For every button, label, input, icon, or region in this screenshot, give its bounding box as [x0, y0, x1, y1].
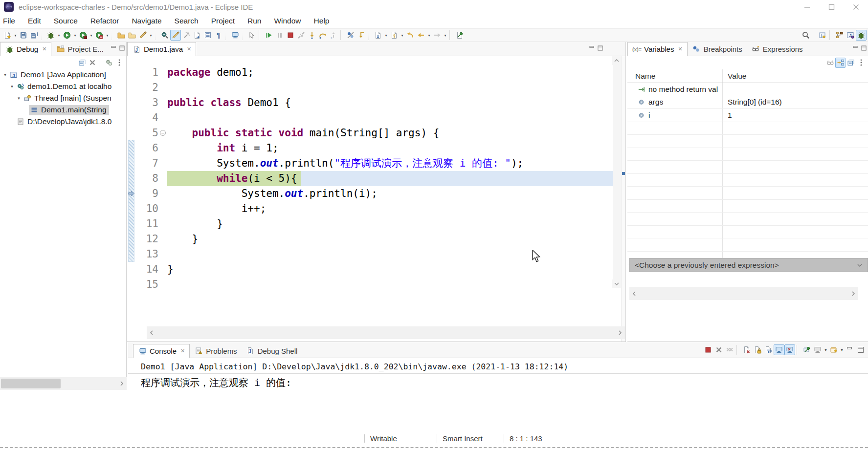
- menu-project[interactable]: Project: [205, 14, 241, 28]
- term-rem-icon[interactable]: [87, 58, 97, 68]
- code-editor[interactable]: 1package demo1;23public class Demo1 {45−…: [127, 56, 625, 342]
- debug-tree-item[interactable]: ▾demo1.Demo1 at localho: [0, 81, 126, 92]
- brush-icon[interactable]: [137, 30, 148, 41]
- close-tab-icon[interactable]: ✕: [42, 46, 46, 52]
- annotation-gutter[interactable]: [127, 277, 136, 292]
- menu-source[interactable]: Source: [47, 14, 84, 28]
- code-text[interactable]: System.out.println("程序调试演示，注意观察 i 的值: ")…: [167, 156, 523, 171]
- dropdown-arrow-icon[interactable]: ▾: [72, 33, 78, 38]
- expander-icon[interactable]: ▾: [16, 96, 22, 101]
- debug-tab-debug[interactable]: Debug✕: [0, 42, 51, 56]
- dropdown-arrow-icon[interactable]: ▾: [105, 33, 110, 38]
- dropdown-arrow-icon[interactable]: ▾: [89, 33, 94, 38]
- code-line-12[interactable]: 12 }: [127, 232, 613, 247]
- close-tab-icon[interactable]: ✕: [187, 46, 191, 52]
- step-return-icon[interactable]: [328, 30, 339, 41]
- max-icon[interactable]: [855, 344, 866, 355]
- code-text[interactable]: public class Demo1 {: [167, 95, 291, 110]
- code-line-15[interactable]: 15: [127, 277, 613, 292]
- last-edit-icon[interactable]: [454, 30, 465, 41]
- open-console-icon[interactable]: [828, 344, 839, 355]
- variables-hscrollbar[interactable]: [629, 287, 858, 300]
- overview-ruler[interactable]: [621, 56, 625, 342]
- menu-run[interactable]: Run: [241, 14, 267, 28]
- console-tab-console[interactable]: Console✕: [133, 344, 190, 358]
- annotation-gutter[interactable]: [127, 201, 136, 216]
- pin-icon[interactable]: [801, 344, 812, 355]
- annotation-gutter[interactable]: [127, 95, 136, 110]
- console-output[interactable]: 程序调试演示，注意观察 i 的值:: [128, 374, 868, 389]
- search-icon[interactable]: [801, 30, 811, 41]
- debug-tree-item[interactable]: D:\Develop\Java\jdk1.8.0: [0, 116, 126, 128]
- menu-icon[interactable]: [114, 58, 124, 68]
- close-window-icon[interactable]: [844, 0, 868, 14]
- code-text[interactable]: package demo1;: [167, 65, 254, 80]
- expression-combo[interactable]: <Choose a previously entered expression>: [629, 258, 868, 272]
- dropdown-arrow-icon[interactable]: ▾: [426, 33, 432, 38]
- close-tab-icon[interactable]: ✕: [678, 46, 682, 52]
- debug-icon[interactable]: [45, 30, 56, 41]
- fold-collapse-icon[interactable]: −: [160, 130, 166, 136]
- annotation-gutter[interactable]: [127, 262, 136, 277]
- code-text[interactable]: while(i < 5){: [167, 171, 301, 186]
- code-line-3[interactable]: 3public class Demo1 {: [127, 95, 613, 110]
- display-mon-icon[interactable]: [812, 344, 823, 355]
- variable-row-i[interactable]: i1: [627, 109, 868, 122]
- code-line-4[interactable]: 4: [127, 110, 613, 126]
- annotation-gutter[interactable]: [127, 110, 136, 126]
- dropdown-arrow-icon[interactable]: ▾: [400, 33, 405, 38]
- code-text[interactable]: int i = 1;: [167, 141, 279, 156]
- editor-vscrollbar[interactable]: [613, 56, 622, 288]
- new-icon[interactable]: [2, 30, 13, 41]
- annotation-gutter[interactable]: [127, 232, 136, 247]
- code-text[interactable]: }: [167, 216, 223, 232]
- scroll-right-icon[interactable]: [848, 287, 858, 300]
- history-down-icon[interactable]: [373, 30, 383, 41]
- dropdown-arrow-icon[interactable]: ▾: [56, 33, 62, 38]
- step-into-icon[interactable]: [307, 30, 317, 41]
- variable-row-args[interactable]: argsString[0] (id=16): [627, 96, 868, 109]
- maximize-view-icon[interactable]: [861, 44, 867, 53]
- minimize-editor-icon[interactable]: [589, 44, 595, 53]
- term-rem-icon[interactable]: [713, 344, 724, 355]
- annotation-gutter[interactable]: [127, 216, 136, 232]
- logical-icon[interactable]: [835, 58, 846, 68]
- history-up-icon[interactable]: [389, 30, 400, 41]
- drop-frame-icon[interactable]: [356, 30, 367, 41]
- stderr-mon-icon[interactable]: [784, 344, 795, 355]
- dropdown-arrow-icon[interactable]: ▾: [823, 348, 828, 352]
- maximize-window-icon[interactable]: [819, 0, 844, 14]
- minimize-view-icon[interactable]: [111, 44, 116, 53]
- annotation-gutter[interactable]: [127, 186, 136, 201]
- annotation-gutter[interactable]: [127, 171, 136, 186]
- scroll-right-icon[interactable]: [117, 377, 127, 390]
- variables-tab-expressions[interactable]: Expressions: [747, 42, 807, 56]
- collapse-icon[interactable]: [846, 58, 856, 68]
- debug-tab-project-e-[interactable]: Project E...: [51, 42, 108, 56]
- disconnect-icon[interactable]: [296, 30, 307, 41]
- code-line-8[interactable]: 8 while(i < 5){: [127, 171, 613, 186]
- pause-icon[interactable]: [274, 30, 285, 41]
- min-icon[interactable]: [845, 344, 855, 355]
- minimize-view-icon[interactable]: [853, 44, 858, 53]
- open-res-icon[interactable]: [127, 30, 137, 41]
- lock-icon[interactable]: [752, 344, 763, 355]
- expander-icon[interactable]: ▾: [2, 72, 8, 77]
- editor-tab-demo1-java[interactable]: JDemo1.java✕: [127, 42, 196, 56]
- variables-tab-variables[interactable]: (x)=Variables✕: [627, 42, 688, 56]
- prev-icon[interactable]: [416, 30, 426, 41]
- menu-icon[interactable]: [856, 58, 866, 68]
- persp-tree-icon[interactable]: [834, 30, 845, 41]
- code-line-6[interactable]: 6 int i = 1;: [127, 141, 613, 156]
- persp-java-icon[interactable]: J: [845, 30, 856, 41]
- menu-help[interactable]: Help: [308, 14, 336, 28]
- variables-table-header[interactable]: NameValue: [627, 69, 868, 83]
- outline-icon[interactable]: [202, 30, 213, 41]
- code-line-7[interactable]: 7 System.out.println("程序调试演示，注意观察 i 的值: …: [127, 156, 613, 171]
- code-line-5[interactable]: 5− public static void main(String[] args…: [127, 126, 613, 141]
- variable-row-no-method-return-val[interactable]: no method return val: [627, 83, 868, 96]
- code-line-1[interactable]: 1package demo1;: [127, 65, 613, 80]
- close-tab-icon[interactable]: ✕: [180, 348, 185, 354]
- menu-edit[interactable]: Edit: [22, 14, 47, 28]
- debug-tree-item[interactable]: ▾JDemo1 [Java Application]: [0, 69, 126, 81]
